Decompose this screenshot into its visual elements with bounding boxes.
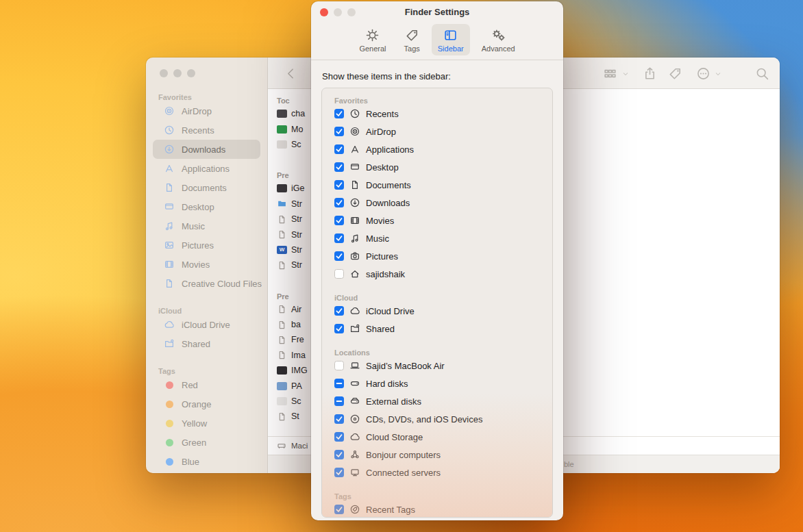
file-item-label: Str — [291, 230, 302, 240]
settings-section-header: Tags — [334, 488, 552, 501]
file-item[interactable]: iGe — [277, 181, 314, 196]
file-item[interactable]: ba — [277, 317, 314, 332]
chevron-down-icon[interactable] — [621, 70, 630, 78]
tab-general[interactable]: General — [353, 24, 392, 55]
camera-icon — [349, 251, 361, 262]
checkbox-external-disks[interactable] — [334, 396, 344, 406]
sidebar-item-airdrop[interactable]: AirDrop — [153, 101, 260, 121]
tab-tags[interactable]: Tags — [398, 24, 426, 55]
checkbox-documents[interactable] — [334, 180, 344, 190]
checkbox-icloud-drive[interactable] — [334, 306, 344, 316]
file-item[interactable]: PA — [277, 378, 314, 393]
sidebar-item-recents[interactable]: Recents — [153, 121, 260, 140]
finder-settings-window: Finder Settings GeneralTagsSidebarAdvanc… — [311, 1, 563, 520]
file-item[interactable]: WStr — [277, 242, 314, 257]
sidebar-item-shared[interactable]: Shared — [153, 334, 260, 353]
sidebar-item-label: Green — [182, 438, 206, 448]
tab-sidebar[interactable]: Sidebar — [432, 24, 470, 55]
checkbox-shared[interactable] — [334, 324, 344, 333]
file-item[interactable]: Str — [277, 212, 314, 227]
external-disk-icon — [349, 396, 361, 407]
checkbox-airdrop[interactable] — [334, 127, 344, 136]
path-bar-item[interactable]: Maci — [291, 442, 308, 450]
file-item[interactable]: Sc — [277, 394, 314, 409]
document-icon — [162, 182, 176, 193]
sidebar-item-pictures[interactable]: Pictures — [153, 236, 260, 255]
close-button[interactable] — [320, 8, 328, 16]
settings-row-movies: Movies — [334, 212, 552, 229]
settings-row-cds-dvds-and-ios-devices: CDs, DVDs, and iOS Devices — [334, 410, 552, 428]
back-chevron-icon[interactable] — [284, 66, 298, 81]
checkbox-cds-dvds-and-ios-devices[interactable] — [334, 414, 344, 424]
file-item[interactable]: Str — [277, 197, 314, 212]
checkbox-applications[interactable] — [334, 144, 344, 154]
sidebar-item-desktop[interactable]: Desktop — [153, 197, 260, 216]
file-item[interactable]: cha — [277, 106, 314, 121]
file-item-label: Str — [291, 260, 302, 270]
file-item[interactable]: Air — [277, 302, 314, 317]
settings-row-documents: Documents — [334, 176, 552, 194]
document-icon — [277, 350, 287, 360]
tag-dot-red — [166, 381, 173, 389]
sidebar-item-documents[interactable]: Documents — [153, 178, 260, 197]
sidebar-item-creative-cloud-files[interactable]: Creative Cloud Files — [153, 274, 260, 293]
file-item-label: IMG — [291, 366, 308, 375]
checkbox-music[interactable] — [334, 233, 344, 243]
settings-tab-bar: GeneralTagsSidebarAdvanced — [311, 22, 563, 60]
sidebar-item-applications[interactable]: Applications — [153, 159, 260, 178]
sidebar-item-music[interactable]: Music — [153, 216, 260, 236]
share-icon[interactable] — [643, 66, 657, 81]
checkbox-cloud-storage[interactable] — [334, 432, 344, 442]
file-item[interactable]: St — [277, 409, 314, 424]
settings-row-applications: Applications — [334, 140, 552, 158]
cd-icon — [349, 414, 361, 425]
sidebar-item-downloads[interactable]: Downloads — [153, 140, 260, 159]
applications-icon — [162, 163, 176, 174]
tag-icon[interactable] — [668, 66, 682, 81]
sidebar-item-movies[interactable]: Movies — [153, 255, 260, 274]
checkbox-connected-servers[interactable] — [334, 468, 344, 477]
sidebar-item-label: Movies — [182, 259, 210, 270]
file-item[interactable]: Str — [277, 257, 314, 273]
tag-icon — [405, 28, 419, 42]
file-item[interactable]: IMG — [277, 363, 314, 378]
checkbox-bonjour-computers[interactable] — [334, 450, 344, 459]
checkbox-downloads[interactable] — [334, 198, 344, 207]
grid-view-icon[interactable] — [603, 66, 617, 81]
file-item[interactable]: Str — [277, 227, 314, 242]
file-item[interactable]: Fre — [277, 332, 314, 347]
checkbox-hard-disks[interactable] — [334, 379, 344, 388]
file-thumbnail-icon — [277, 366, 287, 375]
document-icon — [277, 335, 287, 345]
sidebar-item-yellow[interactable]: Yellow — [153, 414, 260, 433]
checkbox-recents[interactable] — [334, 109, 344, 118]
checkbox-recent-tags[interactable] — [334, 505, 344, 514]
checkbox-pictures[interactable] — [334, 251, 344, 261]
minimize-button[interactable] — [334, 8, 342, 16]
sidebar-item-orange[interactable]: Orange — [153, 394, 260, 414]
settings-row-cloud-storage: Cloud Storage — [334, 428, 552, 446]
checkbox-desktop[interactable] — [334, 162, 344, 172]
checkbox-movies[interactable] — [334, 216, 344, 225]
file-item[interactable]: Ima — [277, 348, 314, 363]
sidebar-item-icloud-drive[interactable]: iCloud Drive — [153, 315, 260, 334]
settings-section-header: Locations — [334, 344, 552, 357]
search-icon[interactable] — [755, 66, 769, 81]
settings-item-label: Bonjour computers — [366, 450, 441, 460]
photo-icon — [162, 240, 176, 251]
sidebar-item-blue[interactable]: Blue — [153, 452, 260, 471]
file-item[interactable]: Mo — [277, 121, 314, 136]
sidebar-item-red[interactable]: Red — [153, 375, 260, 394]
file-item[interactable]: Sc — [277, 137, 314, 152]
tab-advanced[interactable]: Advanced — [475, 24, 521, 55]
chevron-down-icon[interactable] — [714, 70, 722, 78]
document-icon — [277, 214, 287, 225]
settings-row-recent-tags: Recent Tags — [334, 501, 552, 518]
zoom-button[interactable] — [347, 8, 356, 16]
settings-row-connected-servers: Connected servers — [334, 464, 552, 481]
sidebar-item-green[interactable]: Green — [153, 433, 260, 452]
file-list-column: TocchaMoScPreiGeStrStrStrWStrStrPreAirba… — [268, 89, 314, 436]
checkbox-sajid-s-macbook-air[interactable] — [334, 361, 344, 370]
more-icon[interactable] — [696, 66, 711, 81]
checkbox-sajidshaik[interactable] — [334, 269, 344, 279]
